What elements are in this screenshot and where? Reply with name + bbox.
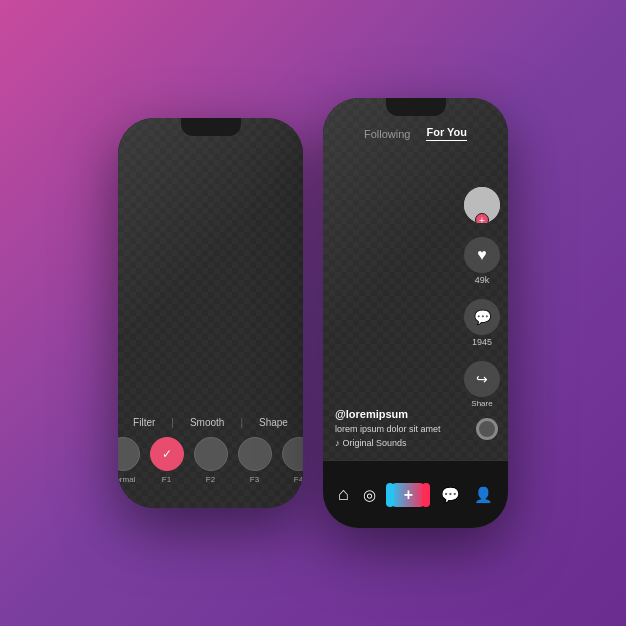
comment-button[interactable]: 💬 [464,299,500,335]
nav-messages[interactable]: 💬 [441,486,460,504]
notch-right [386,98,446,116]
notch-left [181,118,241,136]
filter-f3[interactable] [238,437,272,471]
comment-icon: 💬 [474,309,491,325]
filter-f4[interactable] [282,437,304,471]
phones-container: Filter | Smooth | Shape Normal ✓ F1 [118,98,508,528]
chat-icon: 💬 [441,486,460,504]
like-button[interactable]: ♥ [464,237,500,273]
sound-name: Original Sounds [343,438,407,448]
share-action: ↪ Share [464,361,500,408]
smooth-label: Smooth [190,417,224,428]
like-count: 49k [475,275,490,285]
nav-profile[interactable]: 👤 [474,486,493,504]
filter-f4-label: F4 [294,475,303,484]
share-button[interactable]: ↪ [464,361,500,397]
filter-f3-label: F3 [250,475,259,484]
nav-home[interactable]: ⌂ [338,484,349,505]
screen-left: Filter | Smooth | Shape Normal ✓ F1 [118,118,303,508]
comment-count: 1945 [472,337,492,347]
sound-disc [476,418,498,440]
nav-plus[interactable]: + [390,483,426,507]
comment-action: 💬 1945 [464,299,500,347]
side-actions: + ♥ 49k 💬 1945 [464,187,500,408]
check-icon: ✓ [162,447,172,461]
shape-label: Shape [259,417,288,428]
music-note-icon: ♪ [335,438,340,448]
heart-icon: ♥ [477,246,487,264]
bottom-nav: ⌂ ◎ + 💬 👤 [323,460,508,528]
filter-circles: Normal ✓ F1 F2 F3 F4 [118,437,303,484]
video-info: @loremipsum lorem ipsum dolor sit amet ♪… [335,408,453,448]
divider-1: | [171,417,174,428]
avatar-action: + [464,187,500,223]
home-icon: ⌂ [338,484,349,505]
like-action: ♥ 49k [464,237,500,285]
filter-normal[interactable] [118,437,140,471]
top-nav: Following For You [323,126,508,141]
share-icon: ↪ [476,371,488,387]
filter-f2[interactable] [194,437,228,471]
discover-icon: ◎ [363,486,376,504]
divider-2: | [240,417,243,428]
filter-label: Filter [133,417,155,428]
filter-f1[interactable]: ✓ [150,437,184,471]
filter-f1-label: F1 [162,475,171,484]
tab-following[interactable]: Following [364,128,410,140]
plus-icon: + [404,486,413,504]
filter-normal-label: Normal [118,475,135,484]
tab-for-you[interactable]: For You [426,126,467,141]
video-description: lorem ipsum dolor sit amet [335,424,453,434]
follow-plus-icon[interactable]: + [475,213,489,223]
video-username: @loremipsum [335,408,453,420]
screen-right: Following For You + ♥ 49k [323,98,508,528]
nav-discover[interactable]: ◎ [363,486,376,504]
phone-right: Following For You + ♥ 49k [323,98,508,528]
profile-icon: 👤 [474,486,493,504]
share-label: Share [471,399,492,408]
create-button[interactable]: + [390,483,426,507]
avatar-circle[interactable]: + [464,187,500,223]
video-sound: ♪ Original Sounds [335,438,453,448]
filter-bar: Filter | Smooth | Shape [118,417,303,428]
phone-left: Filter | Smooth | Shape Normal ✓ F1 [118,118,303,508]
filter-f2-label: F2 [206,475,215,484]
